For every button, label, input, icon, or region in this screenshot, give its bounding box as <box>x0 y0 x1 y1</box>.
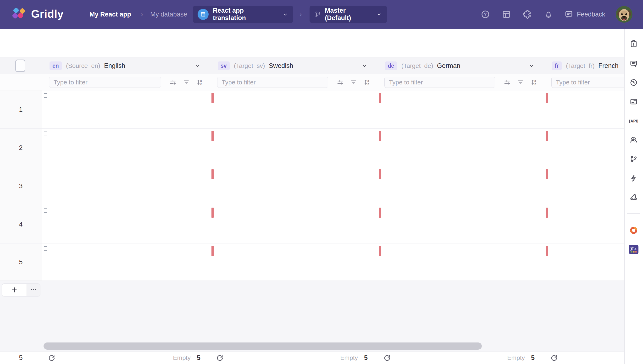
select-all-checkbox[interactable] <box>15 60 25 72</box>
branches-icon[interactable] <box>628 154 639 164</box>
automations-lightning-icon[interactable] <box>628 173 639 184</box>
column-filter-icon[interactable] <box>516 78 524 86</box>
comments-icon[interactable] <box>628 58 639 69</box>
grid-table-icon <box>198 9 208 20</box>
dependency-status-marker[interactable] <box>212 169 214 179</box>
add-row-button[interactable] <box>2 284 26 296</box>
record-summary-icon[interactable] <box>628 96 639 107</box>
refresh-icon[interactable] <box>550 354 558 362</box>
gridly-logo-mark-icon <box>12 7 27 21</box>
addons-puzzle-icon[interactable] <box>522 9 533 20</box>
column-sort-icon[interactable]: az <box>530 78 538 86</box>
source-status-square[interactable] <box>44 246 47 251</box>
column-sort-icon[interactable]: az <box>196 78 204 86</box>
footer-cell-french <box>544 352 624 364</box>
column-header-swedish[interactable]: sv (Target_sv) Swedish <box>210 58 377 74</box>
table-row[interactable]: 4 <box>0 205 624 244</box>
dependency-status-marker[interactable] <box>546 93 548 103</box>
filter-cell-icons: az <box>336 74 371 90</box>
refresh-icon[interactable] <box>48 354 56 362</box>
column-filter-icon[interactable] <box>182 78 190 86</box>
filter-input-swedish[interactable] <box>217 77 328 88</box>
dependency-status-marker[interactable] <box>212 246 214 256</box>
filter-input-french[interactable] <box>552 77 624 88</box>
svg-text:z: z <box>368 82 369 86</box>
source-status-square[interactable] <box>44 170 47 174</box>
help-icon[interactable]: ? <box>480 9 490 20</box>
row-number[interactable]: 1 <box>0 90 42 129</box>
members-icon[interactable] <box>628 135 639 145</box>
column-menu-chevron-icon[interactable] <box>526 58 538 74</box>
source-status-square[interactable] <box>44 132 47 136</box>
column-name: French <box>598 62 618 70</box>
dependency-status-marker[interactable] <box>379 169 381 179</box>
dependency-status-marker[interactable] <box>212 208 214 218</box>
notifications-bell-icon[interactable] <box>543 9 554 20</box>
dependency-status-marker[interactable] <box>546 169 548 179</box>
table-row[interactable]: 1 <box>0 90 624 129</box>
add-row-options-button[interactable] <box>26 284 40 296</box>
dependency-status-marker[interactable] <box>546 208 548 218</box>
grid-line <box>0 205 624 205</box>
dependency-status-marker[interactable] <box>379 93 381 103</box>
column-group-label: (Target_fr) <box>566 62 595 70</box>
addon-translator-icon[interactable]: A <box>628 244 639 255</box>
breadcrumb-database[interactable]: My database <box>150 0 187 29</box>
column-settings-icon[interactable] <box>169 78 177 86</box>
column-settings-icon[interactable] <box>336 78 344 86</box>
feedback-button[interactable]: Feedback <box>564 10 605 19</box>
dependency-status-marker[interactable] <box>379 131 381 141</box>
grid-line <box>0 280 624 281</box>
empty-count-value: 5 <box>364 354 368 362</box>
horizontal-scrollbar[interactable] <box>44 342 482 350</box>
row-number[interactable]: 2 <box>0 129 42 167</box>
filter-input-english[interactable] <box>49 77 161 88</box>
brand-name: Gridly <box>31 8 64 20</box>
dependency-status-marker[interactable] <box>546 246 548 256</box>
gridly-logo[interactable]: Gridly <box>12 7 64 21</box>
grid-line <box>0 90 624 90</box>
branch-selector[interactable]: Master (Default) <box>310 6 387 23</box>
column-group-label: (Source_en) <box>66 62 100 70</box>
history-icon[interactable] <box>628 77 639 88</box>
grid-empty-area <box>0 281 624 352</box>
grid-selector[interactable]: React app translation <box>193 6 293 23</box>
user-avatar[interactable] <box>616 6 632 23</box>
record-info-clipboard-icon[interactable] <box>628 38 639 49</box>
dependency-status-marker[interactable] <box>379 208 381 218</box>
source-status-square[interactable] <box>44 93 47 98</box>
api-panel-icon[interactable]: [API] <box>628 116 639 126</box>
column-header-german[interactable]: de (Target_de) German <box>377 58 544 74</box>
layout-panels-icon[interactable] <box>501 9 512 20</box>
column-settings-icon[interactable] <box>503 78 511 86</box>
refresh-icon[interactable] <box>383 354 391 362</box>
column-sort-icon[interactable]: az <box>363 78 371 86</box>
column-menu-chevron-icon[interactable] <box>191 58 203 74</box>
table-row[interactable]: 3 <box>0 167 624 205</box>
column-filter-icon[interactable] <box>350 78 358 86</box>
footer-cell-swedish: Empty 5 <box>210 352 377 364</box>
row-number[interactable]: 5 <box>0 244 42 281</box>
dependency-status-marker[interactable] <box>212 131 214 141</box>
dependency-status-marker[interactable] <box>212 93 214 103</box>
column-separator <box>377 58 377 281</box>
language-badge: fr <box>552 62 562 70</box>
dependency-status-marker[interactable] <box>379 246 381 256</box>
source-status-square[interactable] <box>44 208 47 212</box>
refresh-icon[interactable] <box>216 354 224 362</box>
filter-input-german[interactable] <box>384 77 495 88</box>
addon-orange-logo-icon[interactable] <box>628 225 639 236</box>
footer-cell-english: Empty 5 <box>42 352 210 364</box>
breadcrumb-project[interactable]: My React app <box>90 0 131 29</box>
column-header-english[interactable]: en (Source_en) English <box>42 58 210 74</box>
integrations-share-icon[interactable] <box>628 192 639 203</box>
dependency-status-marker[interactable] <box>546 131 548 141</box>
row-number[interactable]: 3 <box>0 167 42 205</box>
frozen-column-separator[interactable] <box>42 58 42 364</box>
feedback-label: Feedback <box>577 11 605 18</box>
column-menu-chevron-icon[interactable] <box>358 58 370 74</box>
column-header-french[interactable]: fr (Target_fr) French <box>544 58 624 74</box>
table-row[interactable]: 2 <box>0 129 624 167</box>
table-row[interactable]: 5 <box>0 244 624 281</box>
row-number[interactable]: 4 <box>0 205 42 244</box>
